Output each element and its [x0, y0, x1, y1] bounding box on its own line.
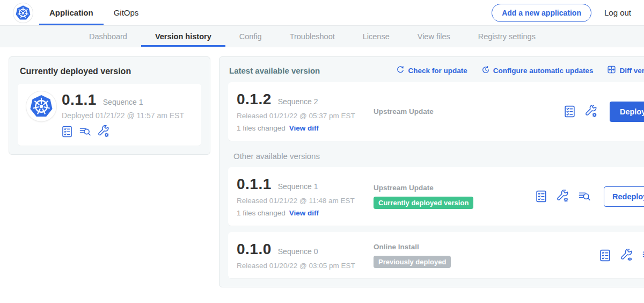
version-sequence: Sequence 2 — [278, 97, 318, 106]
tab-registry-settings[interactable]: Registry settings — [464, 26, 550, 47]
add-application-button[interactable]: Add a new application — [492, 4, 591, 22]
diff-versions-label: Diff versions — [619, 67, 644, 75]
deploy-button[interactable]: Deploy — [610, 102, 644, 122]
tab-gitops[interactable]: GitOps — [104, 0, 149, 25]
edit-config-icon[interactable] — [556, 190, 569, 203]
version-released-timestamp: Released 01/20/22 @ 03:05 pm EST — [237, 262, 374, 270]
latest-version-header: Latest available version Check for updat… — [229, 65, 644, 76]
tab-view-files-label: View files — [418, 32, 450, 41]
tab-registry-settings-label: Registry settings — [478, 32, 536, 41]
version-actions: Check for update Configure automatic upd… — [396, 65, 644, 76]
deployed-version-number: 0.1.1 — [62, 91, 97, 109]
redeploy-button[interactable]: Redeploy — [604, 186, 644, 207]
version-info: 0.1.1 Sequence 1 Released 01/21/22 @ 11:… — [237, 176, 374, 217]
version-released-timestamp: Released 01/21/22 @ 11:48 am EST — [237, 197, 374, 205]
version-actions-right — [535, 249, 644, 262]
version-info: 0.1.2 Sequence 2 Released 01/21/22 @ 05:… — [237, 91, 374, 132]
app-sub-nav: Dashboard Version history Config Trouble… — [0, 26, 644, 47]
version-sequence: Sequence 0 — [278, 247, 318, 256]
version-number: 0.1.1 — [237, 176, 272, 193]
configure-automatic-updates-link[interactable]: Configure automatic updates — [481, 66, 594, 76]
currently-deployed-title: Currently deployed version — [20, 67, 201, 76]
deployed-sequence: Sequence 1 — [103, 98, 143, 106]
tab-view-files[interactable]: View files — [404, 26, 464, 47]
previously-deployed-badge: Previously deployed — [374, 256, 451, 268]
release-notes-icon[interactable] — [535, 190, 548, 203]
kubernetes-logo-icon — [13, 3, 33, 23]
logout-button[interactable]: Log out — [604, 8, 631, 17]
check-for-update-link[interactable]: Check for update — [396, 66, 467, 76]
version-history-panel: Latest available version Check for updat… — [219, 56, 644, 287]
version-source-label: Online Install — [374, 243, 535, 251]
version-card-0-1-2: 0.1.2 Sequence 2 Released 01/21/22 @ 05:… — [228, 82, 644, 141]
app-tabs: Application GitOps — [39, 0, 149, 25]
edit-config-icon[interactable] — [584, 105, 598, 118]
main-content: Currently deployed version — [0, 47, 644, 287]
view-logs-icon[interactable] — [577, 190, 592, 203]
view-diff-link[interactable]: View diff — [289, 209, 319, 217]
files-changed-label: 1 files changed — [237, 124, 286, 132]
version-sequence: Sequence 1 — [278, 182, 318, 191]
files-changed-label: 1 files changed — [237, 209, 286, 217]
tab-application-label: Application — [49, 8, 93, 17]
tab-license-label: License — [363, 32, 390, 41]
diff-versions-link[interactable]: Diff versions — [607, 65, 644, 76]
tab-version-history[interactable]: Version history — [141, 26, 225, 47]
version-card-0-1-1: 0.1.1 Sequence 1 Released 01/21/22 @ 11:… — [228, 167, 644, 226]
deployed-timestamp: Deployed 01/21/22 @ 11:57 am EST — [62, 111, 184, 120]
version-source-label: Upstream Update — [374, 107, 535, 116]
tab-config-label: Config — [239, 32, 262, 41]
configure-automatic-updates-label: Configure automatic updates — [493, 67, 594, 75]
currently-deployed-panel: Currently deployed version — [9, 56, 210, 155]
diff-icon — [607, 65, 616, 76]
tab-troubleshoot[interactable]: Troubleshoot — [276, 26, 349, 47]
version-actions-right: Deploy — [535, 102, 644, 122]
tab-gitops-label: GitOps — [114, 8, 139, 17]
top-nav: Application GitOps Add a new application… — [0, 0, 644, 26]
release-notes-icon[interactable] — [598, 249, 612, 262]
version-info: 0.1.0 Sequence 0 Released 01/20/22 @ 03:… — [237, 241, 374, 270]
tab-config[interactable]: Config — [225, 26, 276, 47]
refresh-icon — [396, 66, 405, 76]
check-for-update-label: Check for update — [408, 67, 467, 75]
top-nav-right: Add a new application Log out — [492, 0, 631, 25]
view-logs-icon[interactable] — [641, 249, 644, 262]
tab-application[interactable]: Application — [39, 0, 104, 25]
version-number: 0.1.0 — [237, 241, 272, 258]
release-notes-icon[interactable] — [563, 105, 576, 118]
tab-version-history-label: Version history — [155, 32, 211, 41]
view-diff-link[interactable]: View diff — [289, 124, 319, 132]
deployed-version-info: 0.1.1 Sequence 1 Deployed 01/21/22 @ 11:… — [62, 91, 184, 138]
version-card-0-1-0: 0.1.0 Sequence 0 Released 01/20/22 @ 03:… — [228, 232, 644, 278]
kots-admin-console: Application GitOps Add a new application… — [0, 0, 644, 303]
version-number: 0.1.2 — [237, 91, 272, 108]
deployed-version-card: 0.1.1 Sequence 1 Deployed 01/21/22 @ 11:… — [18, 84, 201, 146]
tab-troubleshoot-label: Troubleshoot — [290, 32, 335, 41]
version-source: Online Install Previously deployed — [374, 243, 535, 268]
version-source: Upstream Update — [374, 107, 535, 116]
version-released-timestamp: Released 01/21/22 @ 05:37 pm EST — [237, 112, 374, 120]
schedule-update-icon — [481, 66, 490, 76]
tab-dashboard[interactable]: Dashboard — [75, 26, 141, 47]
edit-config-icon[interactable] — [97, 125, 110, 138]
latest-version-title: Latest available version — [229, 66, 320, 75]
view-logs-icon[interactable] — [78, 125, 92, 138]
other-versions-title: Other available versions — [233, 152, 644, 161]
tab-license[interactable]: License — [349, 26, 404, 47]
app-kubernetes-icon — [26, 91, 56, 121]
tab-dashboard-label: Dashboard — [89, 32, 127, 41]
view-config-icon[interactable] — [620, 249, 633, 262]
version-actions-right: Redeploy — [535, 186, 644, 207]
version-source-label: Upstream Update — [374, 184, 535, 192]
version-source: Upstream Update Currently deployed versi… — [374, 184, 535, 209]
currently-deployed-badge: Currently deployed version — [374, 197, 473, 209]
release-notes-icon[interactable] — [61, 125, 74, 138]
